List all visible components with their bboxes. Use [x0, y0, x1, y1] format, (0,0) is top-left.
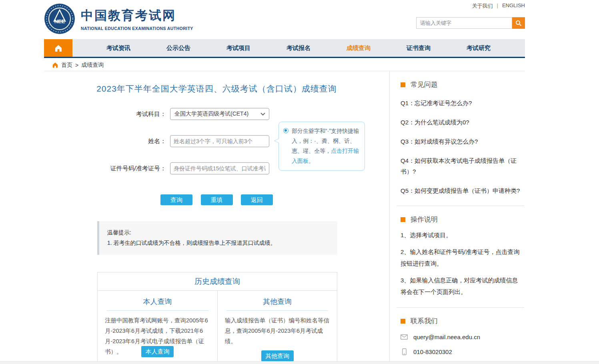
self-query-button[interactable]: 本人查询	[141, 346, 174, 357]
breadcrumb: 首页 > 成绩查询	[44, 59, 525, 71]
contact-phone: 010-83020302	[413, 348, 452, 355]
nav-item-exam-research[interactable]: 考试研究	[449, 39, 509, 57]
instructions-title: 操作说明	[411, 215, 438, 224]
faq-item-q3: Q3：如对成绩有异议怎么办?	[401, 136, 520, 147]
neea-emblem-icon: NEE	[44, 3, 75, 34]
site-header: NEE 中国教育考试网 NATIONAL EDUCATION EXAMINATI…	[0, 0, 599, 39]
subject-selected-value: 全国大学英语四级考试(CET4)	[174, 110, 248, 118]
nav-home-button[interactable]	[44, 39, 72, 57]
sidebar: 常见问题 Q1：忘记准考证号怎么办? Q2：为什么笔试成绩为0? Q3：如对成绩…	[389, 71, 525, 364]
history-query-panel: 历史成绩查询 本人查询 注册中国教育考试网账号，查询2005年6月-2023年6…	[97, 272, 337, 364]
site-subtitle: NATIONAL EDUCATION EXAMINATIONS AUTHORIT…	[81, 26, 193, 31]
nav-item-certificate-query[interactable]: 证书查询	[389, 39, 449, 57]
id-label: 证件号码/准考证号：	[44, 165, 170, 172]
nav-item-announcements[interactable]: 公示公告	[148, 39, 208, 57]
query-button[interactable]: 查询	[160, 194, 192, 205]
tip-title: 温馨提示:	[107, 227, 329, 238]
page-title: 2023年下半年全国大学英语四、六级考试（含口试）成绩查询	[44, 83, 389, 94]
section-bullet-icon	[401, 217, 405, 222]
faq-section: 常见问题 Q1：忘记准考证号怎么办? Q2：为什么笔试成绩为0? Q3：如对成绩…	[397, 71, 524, 206]
instruction-step-1: 1、选择考试项目。	[401, 229, 520, 241]
rare-character-tooltip: 部分生僻字和“·”支持快捷输入，例：·、龚、㭎、䜣、恵、瑆、仝等，点击打开输入面…	[278, 122, 365, 171]
reset-button[interactable]: 重填	[201, 194, 233, 205]
instruction-step-3: 3、如果输入信息正确，对应考试的成绩信息将会在下一个页面列出。	[401, 274, 520, 298]
subject-label: 考试科目：	[44, 110, 170, 118]
other-query-button[interactable]: 其他查询	[261, 350, 294, 362]
contact-title: 联系我们	[411, 316, 438, 326]
contact-email: query@mail.neea.edu.cn	[413, 334, 480, 340]
breadcrumb-separator: >	[75, 62, 78, 68]
nav-item-score-query[interactable]: 成绩查询	[329, 39, 389, 57]
chevron-down-icon	[260, 112, 265, 116]
tip-box: 温馨提示: 1. 若考生的口试成绩为不合格，则成绩报告单上不报道其口试成绩。	[97, 221, 337, 255]
search-input[interactable]	[416, 17, 512, 29]
back-button[interactable]: 返回	[241, 194, 273, 205]
home-icon	[52, 62, 58, 68]
site-title: 中国教育考试网	[81, 7, 193, 24]
faq-item-q4: Q4：如何获取本次考试电子成绩报告单（证书）?	[401, 155, 520, 177]
id-input[interactable]	[170, 162, 269, 174]
main-content: 2023年下半年全国大学英语四、六级考试（含口试）成绩查询 考试科目： 全国大学…	[44, 71, 389, 364]
section-bullet-icon	[401, 319, 405, 324]
self-query-column: 本人查询 注册中国教育考试网账号，查询2005年6月-2023年6月考试成绩，下…	[98, 291, 217, 364]
section-bullet-icon	[401, 82, 405, 87]
site-logo: NEE 中国教育考试网 NATIONAL EDUCATION EXAMINATI…	[44, 3, 193, 34]
self-query-title: 本人查询	[106, 297, 208, 311]
breadcrumb-home[interactable]: 首页	[61, 62, 72, 69]
envelope-icon	[401, 334, 408, 340]
nav-item-exam-programs[interactable]: 考试项目	[208, 39, 268, 57]
contact-section: 联系我们 query@mail.neea.edu.cn 010-83020302	[397, 308, 524, 364]
other-query-column: 其他查询 输入成绩报告单（证书）编号和姓名等信息，查询2005年6月-2023年…	[217, 291, 337, 364]
radio-selected-icon[interactable]	[283, 128, 288, 133]
breadcrumb-current: 成绩查询	[81, 62, 104, 69]
main-nav: 考试资讯 公示公告 考试项目 考试报名 成绩查询 证书查询 考试研究	[44, 39, 525, 58]
tip-line-1: 1. 若考生的口试成绩为不合格，则成绩报告单上不报道其口试成绩。	[107, 238, 329, 248]
search-button[interactable]	[512, 17, 525, 29]
top-links-separator: |	[497, 2, 498, 10]
other-query-desc: 输入成绩报告单（证书）编号和姓名等信息，查询2005年6月-2023年6月考试成…	[225, 315, 330, 346]
instructions-section: 操作说明 1、选择考试项目。 2、输入姓名和证件号码/准考证号，点击查询按钮进行…	[397, 206, 524, 308]
top-links: 关于我们 | ENGLISH	[472, 2, 525, 10]
score-query-form: 考试科目： 全国大学英语四级考试(CET4) 姓名： 证件号码/准考证号： 部分…	[44, 108, 389, 205]
nav-item-exam-news[interactable]: 考试资讯	[88, 39, 148, 57]
faq-item-q5: Q5：如何变更成绩报告单（证书）申请种类?	[401, 185, 520, 196]
about-us-link[interactable]: 关于我们	[472, 2, 493, 10]
phone-icon	[402, 348, 407, 355]
svg-text:NEE: NEE	[54, 18, 65, 24]
faq-item-q1: Q1：忘记准考证号怎么办?	[401, 98, 520, 108]
name-input[interactable]	[170, 135, 269, 147]
instruction-step-2: 2、输入姓名和证件号码/准考证号，点击查询按钮进行查询。	[401, 246, 520, 269]
home-icon	[54, 44, 62, 52]
english-link[interactable]: ENGLISH	[502, 2, 525, 10]
name-label: 姓名：	[44, 138, 170, 145]
nav-item-registration[interactable]: 考试报名	[268, 39, 329, 57]
faq-item-q2: Q2：为什么笔试成绩为0?	[401, 117, 520, 128]
footer-strip	[0, 361, 599, 364]
subject-select[interactable]: 全国大学英语四级考试(CET4)	[170, 108, 269, 120]
search-box	[416, 17, 525, 29]
search-icon	[515, 20, 522, 26]
history-title: 历史成绩查询	[98, 272, 337, 291]
other-query-title: 其他查询	[226, 297, 328, 311]
faq-title: 常见问题	[411, 80, 438, 89]
